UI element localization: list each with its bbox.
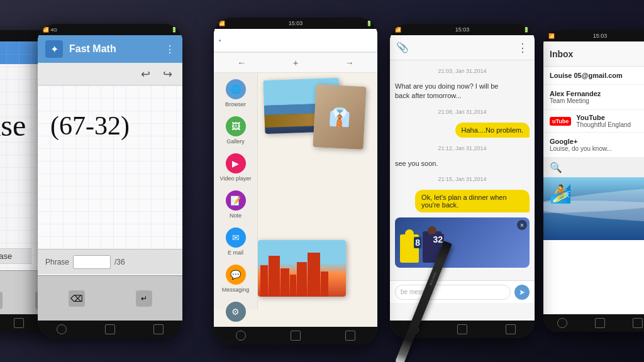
chat-input-bar: be messa... ➤ bbox=[390, 280, 535, 303]
portrait-photo[interactable]: 👔 bbox=[313, 84, 366, 150]
gallery-icon: 🖼 bbox=[226, 116, 246, 136]
sidebar-item-settings[interactable]: ⚙ bbox=[214, 298, 257, 326]
p3-nav-back[interactable] bbox=[236, 331, 246, 341]
p2-nav-recent[interactable] bbox=[153, 324, 164, 334]
building-7 bbox=[321, 272, 328, 297]
phone-2: 📶 4G 🔋 ✦ Fast Math ⋮ ↩ ↪ (67-32) Phrase bbox=[38, 24, 182, 338]
phone5-screen: Inbox Louise 05@gmail.com Alex Fernandez… bbox=[543, 41, 644, 314]
p4-nav-home[interactable] bbox=[457, 324, 467, 334]
tab-indicator bbox=[219, 40, 221, 41]
msg-time-3: 21:12, Jan 31,2014 bbox=[395, 145, 530, 151]
phone5-status-bar: 📶 15:03 🔋 bbox=[543, 30, 644, 41]
phone4-status-bar: 📶 15:03 🔋 bbox=[390, 24, 535, 35]
nav-home-btn[interactable] bbox=[14, 318, 24, 328]
phone5-signal: 📶 bbox=[548, 33, 555, 39]
youtube-logo: uTube bbox=[550, 117, 571, 126]
keyboard-backspace[interactable]: ⌫ bbox=[69, 290, 85, 307]
subject-3: Louise, do you know... bbox=[550, 145, 644, 152]
phone-3-wrapper: 📶 15:03 🔋 ← + → 🌐 bbox=[214, 18, 409, 351]
p5-nav-home[interactable] bbox=[595, 318, 605, 328]
phone5-nav-bar bbox=[543, 314, 644, 332]
math-canvas[interactable]: (67-32) Phrase /36 bbox=[38, 85, 182, 274]
phone-3: 📶 15:03 🔋 ← + → 🌐 bbox=[214, 18, 377, 344]
send-button[interactable]: ➤ bbox=[514, 285, 530, 300]
phone3-signal: 📶 bbox=[219, 21, 225, 26]
email-item-1[interactable]: Louise 05@gmail.com bbox=[543, 67, 644, 85]
keyboard-enter[interactable]: ↵ bbox=[136, 290, 152, 307]
sidebar-item-browser[interactable]: 🌐 Browser bbox=[214, 75, 257, 111]
p3-nav-home[interactable] bbox=[291, 331, 301, 341]
email-item-2[interactable]: Alex Fernandez Team Meeting bbox=[543, 85, 644, 110]
phone3-status-bar: 📶 15:03 🔋 bbox=[214, 18, 377, 29]
p2-nav-back[interactable] bbox=[57, 324, 67, 334]
phone-4: 📶 15:03 🔋 📎 ⋮ 21:03, Jan 31,2014 What ar… bbox=[390, 24, 535, 338]
msg-time-1: 21:03, Jan 31,2014 bbox=[395, 68, 530, 74]
phrase-label: Phrase bbox=[0, 248, 31, 264]
building-5 bbox=[297, 262, 307, 297]
portrait-figure: 👔 bbox=[328, 106, 352, 128]
p5-nav-back[interactable] bbox=[557, 318, 567, 328]
city-photo[interactable] bbox=[258, 240, 346, 297]
settings-icon-symbol: ⚙ bbox=[231, 307, 240, 317]
messaging-label: Messaging bbox=[222, 287, 250, 293]
subject-2: Team Meeting bbox=[550, 97, 644, 104]
sidebar-item-messaging[interactable]: 💬 Messaging bbox=[214, 261, 257, 297]
building-3 bbox=[280, 268, 289, 297]
photo-collage: 👔 bbox=[258, 73, 377, 309]
msg-text-1: What are you doing now? I will be back a… bbox=[395, 82, 498, 99]
email-icon-symbol: ✉ bbox=[232, 233, 240, 243]
nav-plus[interactable]: + bbox=[293, 58, 298, 68]
sender-yt: YouTube bbox=[576, 114, 631, 121]
p3-nav-recent[interactable] bbox=[345, 331, 355, 341]
email-list: Louise 05@gmail.com Alex Fernandez Team … bbox=[543, 67, 644, 158]
chat-input-field[interactable]: be messa... bbox=[395, 285, 511, 300]
ocean-thumbnail: 🏄 bbox=[543, 177, 644, 240]
email-item-youtube[interactable]: uTube YouTube Thoughtful England bbox=[543, 110, 644, 133]
phone2-battery: 🔋 bbox=[171, 27, 177, 33]
sidebar-item-gallery[interactable]: 🖼 Gallery bbox=[214, 112, 257, 148]
nav-forward-arrow[interactable]: → bbox=[345, 58, 354, 68]
sender-1: Louise 05@gmail.com bbox=[550, 72, 644, 79]
redo-button[interactable]: ↪ bbox=[163, 67, 172, 81]
phone2-keyboard: ⌫ ↵ bbox=[38, 275, 182, 321]
answer-input[interactable] bbox=[73, 255, 111, 269]
undo-button[interactable]: ↩ bbox=[141, 67, 150, 81]
sidebar-item-note[interactable]: 📝 Note bbox=[214, 187, 257, 222]
msg-bubble-2: Ok, let's plan a dinner when you're back… bbox=[415, 190, 530, 212]
phone4-header: 📎 ⋮ bbox=[390, 35, 535, 60]
phone-5: 📶 15:03 🔋 Inbox Louise 05@gmail.com Alex… bbox=[543, 30, 644, 332]
building-6 bbox=[308, 253, 320, 297]
search-bar: 🔍 bbox=[543, 158, 644, 177]
surfer-figure: 🏄 bbox=[550, 184, 572, 204]
p4-nav-recent[interactable] bbox=[506, 324, 516, 334]
phone3-tabs bbox=[214, 29, 377, 53]
slash-value: /36 bbox=[114, 258, 125, 266]
note-icon: 📝 bbox=[226, 190, 246, 211]
video-thumbnail[interactable]: 8 32 × bbox=[395, 217, 530, 268]
share-icon[interactable]: ⋮ bbox=[165, 43, 175, 55]
inbox-title: Inbox bbox=[550, 49, 573, 59]
phone3-nav-bar bbox=[214, 327, 377, 344]
backspace-key[interactable]: ⌫ bbox=[0, 292, 3, 309]
building-4 bbox=[290, 275, 296, 297]
email-label: E mail bbox=[228, 250, 243, 256]
sidebar-item-video[interactable]: ▶ Video player bbox=[214, 150, 257, 185]
msg-time-4: 21:15, Jan 31,2014 bbox=[395, 176, 530, 182]
msg-text-2: Haha....No problem. bbox=[462, 126, 523, 134]
browser-icon: 🌐 bbox=[226, 79, 246, 99]
video-icon: ▶ bbox=[226, 153, 246, 173]
phone4-battery: 🔋 bbox=[523, 27, 530, 33]
phone3-content: 👔 bbox=[258, 73, 377, 309]
nav-back-arrow[interactable]: ← bbox=[237, 58, 246, 68]
p5-nav-recent[interactable] bbox=[633, 318, 643, 328]
note-label: Note bbox=[230, 212, 242, 219]
sidebar-item-email[interactable]: ✉ E mail bbox=[214, 224, 257, 260]
more-options-icon[interactable]: ⋮ bbox=[517, 41, 528, 55]
email-item-3[interactable]: Google+ Louise, do you know... bbox=[543, 133, 644, 158]
msg-text-4: Ok, let's plan a dinner when you're back… bbox=[421, 194, 506, 209]
phone3-time: 15:03 bbox=[289, 20, 303, 26]
p2-nav-home[interactable] bbox=[105, 324, 115, 334]
app-title: Fast Math bbox=[69, 43, 158, 55]
building-1 bbox=[260, 265, 268, 297]
messaging-icon-symbol: 💬 bbox=[230, 270, 241, 280]
